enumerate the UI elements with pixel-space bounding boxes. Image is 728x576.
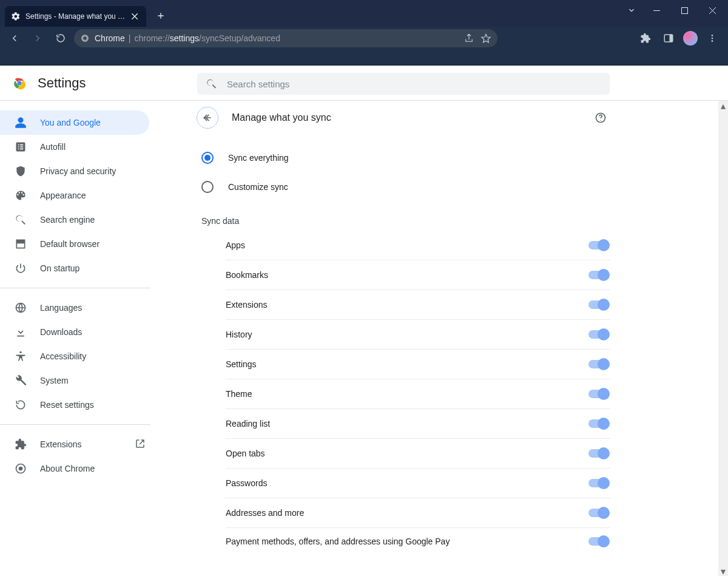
window-close-button[interactable] [699, 2, 726, 19]
sync-row: Passwords [226, 469, 610, 498]
sync-toggle[interactable] [588, 271, 608, 279]
sidebar-item-languages[interactable]: Languages [0, 296, 149, 320]
puzzle-icon [640, 33, 651, 44]
back-button[interactable] [197, 107, 218, 129]
browser-toolbar: Chrome | chrome://settings/syncSetup/adv… [0, 27, 728, 50]
sidebar-item-label: Privacy and security [40, 166, 116, 176]
sync-toggle[interactable] [588, 419, 608, 428]
radio-customize-sync[interactable]: Customize sync [197, 172, 610, 202]
accessibility-icon [15, 350, 27, 362]
arrow-right-icon [32, 33, 43, 44]
svg-rect-0 [681, 7, 687, 13]
sync-row: Open tabs [226, 439, 610, 469]
sync-toggle[interactable] [588, 509, 608, 517]
sidebar-item-label: You and Google [40, 118, 101, 127]
sidebar-item-reset[interactable]: Reset settings [0, 393, 149, 417]
window-titlebar: Settings - Manage what you sync [0, 0, 728, 27]
sync-toggle[interactable] [588, 537, 608, 546]
sync-toggle[interactable] [588, 449, 608, 458]
svg-point-10 [19, 351, 21, 353]
sidebar-item-default[interactable]: Default browser [0, 232, 149, 256]
sidebar-item-label: Accessibility [40, 351, 86, 361]
sync-item-label: History [226, 330, 252, 339]
sidebar-item-appearance[interactable]: Appearance [0, 183, 149, 208]
sync-toggle[interactable] [588, 479, 608, 487]
close-icon[interactable] [130, 12, 140, 21]
sync-toggle[interactable] [588, 360, 608, 368]
close-icon [709, 7, 716, 14]
sidebar-item-extensions[interactable]: Extensions [0, 432, 149, 456]
arrow-left-icon [201, 112, 214, 124]
sidebar-item-accessibility[interactable]: Accessibility [0, 344, 149, 368]
sync-toggle[interactable] [588, 330, 608, 339]
tab-strip: Settings - Manage what you sync [0, 0, 169, 27]
reset-icon [15, 399, 27, 411]
browser-menu-button[interactable] [704, 30, 721, 47]
sync-toggle[interactable] [588, 300, 608, 309]
sidebar-item-label: About Chrome [40, 464, 95, 473]
privacy-icon [15, 165, 27, 177]
star-icon[interactable] [480, 33, 491, 44]
default-icon [15, 238, 27, 250]
sidebar-item-label: Appearance [40, 191, 86, 200]
sidebar-item-you[interactable]: You and Google [0, 110, 149, 135]
radio-sync-everything[interactable]: Sync everything [197, 143, 610, 172]
bookmarks-bar [0, 50, 728, 66]
settings-sidebar: You and GoogleAutofillPrivacy and securi… [0, 101, 158, 576]
profile-avatar[interactable] [683, 31, 698, 46]
settings-search-input[interactable] [226, 78, 601, 90]
search-icon [206, 78, 217, 90]
sidebar-item-startup[interactable]: On startup [0, 256, 149, 280]
nav-back-button[interactable] [5, 29, 24, 48]
sidepanel-button[interactable] [660, 30, 677, 47]
extensions-button[interactable] [637, 30, 654, 47]
sidebar-item-label: Languages [40, 303, 82, 313]
new-tab-button[interactable] [152, 7, 169, 24]
sidebar-item-autofill[interactable]: Autofill [0, 135, 149, 159]
autofill-icon [15, 141, 27, 153]
sidebar-item-privacy[interactable]: Privacy and security [0, 159, 149, 183]
sidebar-item-search[interactable]: Search engine [0, 208, 149, 232]
window-minimize-button[interactable] [643, 2, 670, 19]
sync-toggle[interactable] [588, 241, 608, 249]
sync-item-label: Open tabs [226, 449, 265, 458]
svg-point-12 [19, 467, 23, 471]
svg-point-6 [712, 38, 713, 39]
languages-icon [15, 302, 27, 314]
nav-reload-button[interactable] [51, 29, 70, 48]
appearance-icon [15, 189, 27, 202]
sync-row: Payment methods, offers, and addresses u… [226, 528, 610, 558]
chrome-page-icon [80, 33, 90, 43]
sync-item-label: Settings [226, 359, 257, 369]
scroll-up-button[interactable]: ▴ [718, 101, 728, 110]
help-button[interactable] [591, 108, 610, 127]
sync-toggle[interactable] [588, 390, 608, 398]
settings-search[interactable] [197, 73, 610, 95]
sidebar-item-about[interactable]: About Chrome [0, 456, 149, 481]
share-icon[interactable] [463, 33, 474, 44]
omnibox[interactable]: Chrome | chrome://settings/syncSetup/adv… [74, 29, 497, 47]
tab-search-button[interactable] [621, 2, 642, 19]
card-header: Manage what you sync [197, 101, 610, 135]
tab-title: Settings - Manage what you sync [25, 12, 126, 21]
settings-page: Settings You and GoogleAutofillPrivacy a… [0, 66, 728, 576]
startup-icon [15, 262, 27, 274]
external-link-icon [135, 438, 146, 451]
sidebar-item-label: Downloads [40, 327, 82, 337]
page-scrollbar[interactable]: ▴ ▾ [718, 101, 728, 576]
svg-point-7 [712, 40, 713, 42]
sync-row: Apps [226, 231, 610, 260]
nav-forward-button[interactable] [28, 29, 47, 48]
svg-rect-4 [670, 35, 673, 42]
gear-icon [11, 12, 21, 21]
window-maximize-button[interactable] [671, 2, 698, 19]
kebab-icon [707, 33, 717, 43]
omnibox-scheme: chrome:// [134, 33, 169, 43]
svg-point-2 [83, 36, 86, 39]
sync-item-label: Bookmarks [226, 270, 268, 280]
radio-icon [201, 152, 214, 164]
sidebar-item-downloads[interactable]: Downloads [0, 320, 149, 344]
browser-tab-active[interactable]: Settings - Manage what you sync [5, 6, 146, 27]
sidebar-item-system[interactable]: System [0, 368, 149, 393]
scroll-down-button[interactable]: ▾ [718, 566, 728, 576]
